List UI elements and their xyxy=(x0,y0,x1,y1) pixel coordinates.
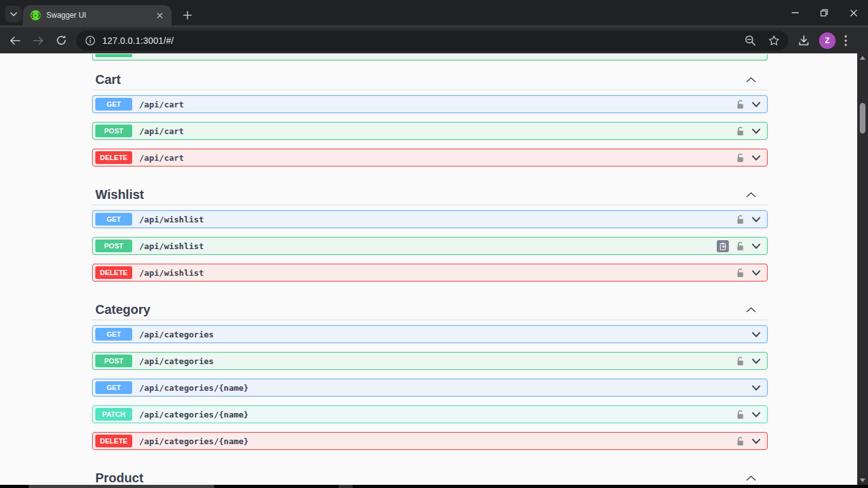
chevron-up-icon xyxy=(746,77,756,83)
scrollbar-up-arrow[interactable] xyxy=(857,53,868,62)
browser-menu-icon[interactable] xyxy=(844,35,847,46)
section-header-category[interactable]: Category xyxy=(92,290,768,320)
browser-window: {-} Swagger UI xyxy=(0,0,868,488)
tab-close-icon[interactable] xyxy=(154,10,165,21)
chevron-up-icon xyxy=(746,192,756,198)
section-title: Category xyxy=(95,301,151,318)
section-endpoints-wishlist: GET/api/wishlistPOST/api/wishlistDELETE/… xyxy=(92,205,768,281)
chevron-down-icon xyxy=(752,217,761,222)
tab-title: Swagger UI xyxy=(46,11,86,20)
unlock-icon[interactable] xyxy=(736,153,744,163)
endpoint-controls xyxy=(736,215,761,224)
chevron-down-icon xyxy=(752,128,761,134)
page-zoom-icon[interactable] xyxy=(745,35,756,46)
copy-to-clipboard-button[interactable] xyxy=(717,240,729,252)
method-badge: PATCH xyxy=(95,408,132,421)
chevron-down-icon xyxy=(752,385,761,391)
endpoint-row[interactable]: POST/api/wishlist xyxy=(92,237,768,255)
endpoint-controls xyxy=(736,153,761,163)
endpoint-controls xyxy=(736,268,761,278)
endpoint-controls xyxy=(752,332,761,337)
method-badge: DELETE xyxy=(95,151,132,164)
endpoint-path: /api/cart xyxy=(139,126,184,136)
browser-tab-swagger-ui[interactable]: {-} Swagger UI xyxy=(23,5,172,25)
unlock-icon[interactable] xyxy=(736,356,744,366)
endpoint-path: /api/wishlist xyxy=(139,268,204,278)
downloads-icon[interactable] xyxy=(797,34,810,47)
minimize-button[interactable] xyxy=(780,0,810,25)
close-window-button[interactable] xyxy=(839,0,868,25)
swagger-favicon-icon: {-} xyxy=(31,10,41,20)
method-badge: POST xyxy=(95,355,132,367)
page-scrollbar[interactable] xyxy=(857,53,868,485)
taskbar-segment xyxy=(339,485,353,488)
forward-button[interactable] xyxy=(27,29,50,52)
page-content: CartGET/api/cartPOST/api/cartDELETE/api/… xyxy=(0,53,868,485)
endpoint-path: /api/cart xyxy=(139,100,184,109)
endpoint-row[interactable]: GET/api/wishlist xyxy=(92,210,768,228)
chevron-up-icon xyxy=(746,475,756,481)
unlock-icon[interactable] xyxy=(736,215,744,224)
endpoint-row[interactable]: POST/api/categories xyxy=(92,352,768,370)
taskbar-segment xyxy=(29,485,214,488)
address-bar[interactable]: 127.0.0.1:3001/#/ xyxy=(76,30,789,51)
scrollbar-down-arrow[interactable] xyxy=(857,476,868,485)
unlock-icon[interactable] xyxy=(736,437,744,446)
chevron-down-icon xyxy=(752,270,761,276)
chevron-down-icon xyxy=(752,243,761,249)
window-controls xyxy=(780,0,868,25)
chevron-down-icon xyxy=(752,412,761,417)
browser-toolbar: 127.0.0.1:3001/#/ Z xyxy=(0,25,868,53)
endpoint-row[interactable]: PATCH/api/categories/{name} xyxy=(92,405,768,423)
method-badge: GET xyxy=(95,98,132,111)
site-info-icon[interactable] xyxy=(85,36,95,46)
scrollbar-thumb[interactable] xyxy=(860,103,865,133)
endpoint-controls xyxy=(736,100,761,109)
method-badge: DELETE xyxy=(95,266,132,279)
unlock-icon[interactable] xyxy=(736,268,744,278)
method-badge: GET xyxy=(95,381,132,394)
unlock-icon[interactable] xyxy=(736,410,744,419)
endpoint-path: /api/wishlist xyxy=(139,241,204,251)
section-header-product[interactable]: Product xyxy=(92,459,768,485)
section-endpoints-cart: GET/api/cartPOST/api/cartDELETE/api/cart xyxy=(92,90,768,166)
endpoint-row[interactable]: DELETE/api/categories/{name} xyxy=(92,432,768,450)
endpoint-controls xyxy=(717,240,761,252)
method-badge: POST xyxy=(95,240,132,252)
restore-button[interactable] xyxy=(810,0,839,25)
method-badge-partial xyxy=(95,54,132,57)
section-header-wishlist[interactable]: Wishlist xyxy=(92,175,768,205)
method-badge: GET xyxy=(95,328,132,341)
endpoint-row-partial[interactable] xyxy=(92,54,768,60)
tab-search-button[interactable] xyxy=(5,6,22,22)
endpoint-row[interactable]: DELETE/api/wishlist xyxy=(92,264,768,281)
endpoint-row[interactable]: GET/api/categories xyxy=(92,325,768,343)
endpoint-controls xyxy=(736,410,761,419)
endpoint-path: /api/wishlist xyxy=(139,215,204,224)
section-title: Wishlist xyxy=(95,186,144,203)
chevron-down-icon xyxy=(752,102,761,107)
endpoint-controls xyxy=(736,437,761,446)
unlock-icon[interactable] xyxy=(736,241,744,251)
unlock-icon[interactable] xyxy=(736,100,744,109)
method-badge: GET xyxy=(95,213,132,226)
chevron-up-icon xyxy=(746,307,756,313)
reload-button[interactable] xyxy=(50,29,72,52)
profile-avatar[interactable]: Z xyxy=(819,32,836,49)
endpoint-row[interactable]: GET/api/cart xyxy=(92,95,768,113)
bookmark-star-icon[interactable] xyxy=(768,35,780,46)
method-badge: POST xyxy=(95,125,132,137)
url-text[interactable]: 127.0.0.1:3001/#/ xyxy=(102,36,173,46)
unlock-icon[interactable] xyxy=(736,126,744,136)
endpoint-row[interactable]: DELETE/api/cart xyxy=(92,149,768,166)
back-button[interactable] xyxy=(4,29,27,52)
toolbar-right: Z xyxy=(797,32,847,49)
section-header-cart[interactable]: Cart xyxy=(92,60,768,90)
endpoint-row[interactable]: POST/api/cart xyxy=(92,122,768,140)
new-tab-button[interactable] xyxy=(179,7,196,24)
section-endpoints-category: GET/api/categoriesPOST/api/categoriesGET… xyxy=(92,320,768,450)
section-title: Cart xyxy=(95,71,121,88)
endpoint-row[interactable]: GET/api/categories/{name} xyxy=(92,379,768,396)
endpoint-controls xyxy=(736,356,761,366)
chevron-down-icon xyxy=(10,12,17,17)
